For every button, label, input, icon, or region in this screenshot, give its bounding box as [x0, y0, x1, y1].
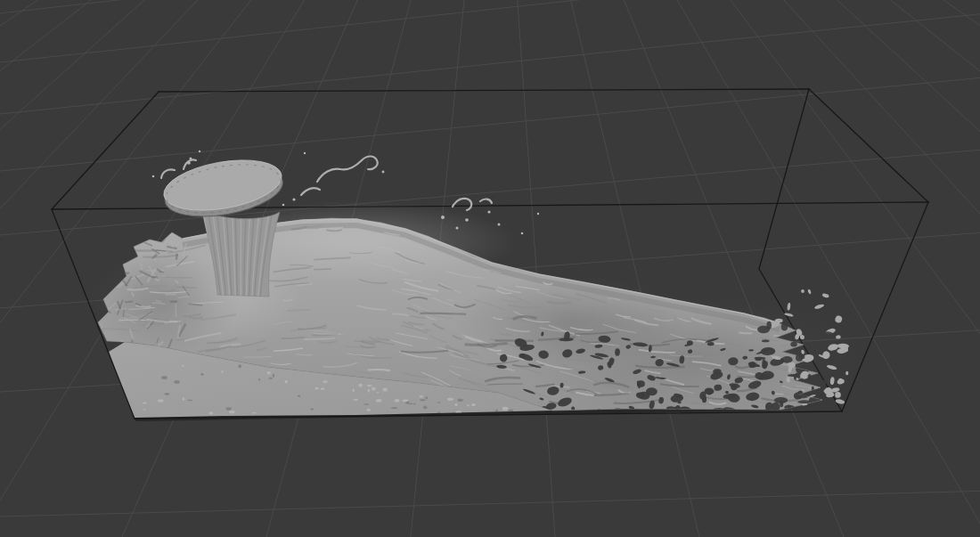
- viewport-3d[interactable]: [0, 0, 980, 537]
- viewport-canvas[interactable]: [0, 0, 980, 537]
